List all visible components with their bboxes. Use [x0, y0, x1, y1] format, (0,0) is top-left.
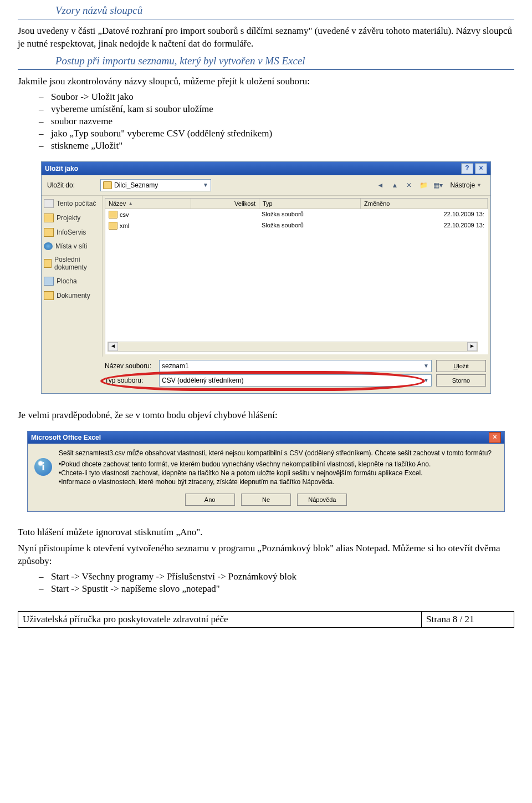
- views-icon[interactable]: ▦▾: [432, 180, 443, 190]
- list-item: Informace o vlastnostech, které mohou bý…: [59, 478, 492, 486]
- pc-icon: [44, 199, 54, 208]
- filename-input[interactable]: seznam1▼: [159, 360, 432, 372]
- steps-list-1: Soubor -> Uložit jako vybereme umístění,…: [39, 92, 514, 151]
- msgbox-titlebar: Microsoft Office Excel ×: [28, 431, 504, 444]
- list-item: Start -> Všechny programy -> Příslušenst…: [39, 571, 514, 582]
- place-desktop[interactable]: Plocha: [44, 277, 100, 286]
- tools-menu[interactable]: Nástroje▼: [447, 181, 485, 189]
- chevron-down-icon: ▼: [423, 363, 429, 369]
- place-projects[interactable]: Projekty: [44, 214, 100, 222]
- place-recent-docs[interactable]: Poslední dokumenty: [44, 256, 100, 271]
- steps-list-2: Start -> Všechny programy -> Příslušenst…: [39, 571, 514, 594]
- file-list[interactable]: Název ▲ Velikost Typ Změněno csv Složka …: [105, 198, 488, 354]
- list-item: Soubor -> Uložit jako: [39, 92, 514, 103]
- folder-icon: [103, 181, 112, 189]
- sort-asc-icon: ▲: [128, 201, 133, 206]
- footer-title: Uživatelská příručka pro poskytovatele z…: [18, 612, 422, 627]
- up-icon[interactable]: ▲: [389, 180, 400, 190]
- heading-rule-2: [18, 69, 514, 70]
- save-in-label: Uložit do:: [47, 181, 97, 189]
- dialog-titlebar: Uložit jako ? ×: [42, 162, 490, 175]
- place-network[interactable]: Místa v síti: [44, 242, 100, 250]
- save-button[interactable]: UUložitložit: [436, 360, 486, 372]
- folder-icon: [44, 228, 54, 237]
- chevron-down-icon: ▼: [423, 377, 429, 383]
- filetype-combo[interactable]: CSV (oddělený středníkem)▼: [159, 374, 432, 387]
- msgbox-title: Microsoft Office Excel: [31, 434, 101, 441]
- no-button[interactable]: Ne: [241, 494, 291, 506]
- list-item: Start -> Spustit -> napíšeme slovo „note…: [39, 583, 514, 594]
- place-documents[interactable]: Dokumenty: [44, 291, 100, 300]
- chevron-down-icon: ▼: [203, 182, 208, 188]
- para-notepad: Nyní přistoupíme k otevření vytvořeného …: [18, 542, 514, 568]
- list-item: soubor nazveme: [39, 116, 514, 127]
- folder-icon: [44, 259, 52, 268]
- close-icon[interactable]: ×: [475, 163, 487, 174]
- dialog-message: Microsoft Office Excel × i Sešit seznamt…: [27, 431, 505, 512]
- place-infoservis[interactable]: InfoServis: [44, 228, 100, 237]
- desktop-icon: [44, 277, 54, 286]
- msgbox-bullets: Pokud chcete zachovat tento formát, ve k…: [59, 460, 492, 486]
- para-intro-2: Jakmile jsou zkontrolovány názvy sloupců…: [18, 75, 514, 88]
- scroll-right-icon[interactable]: ►: [467, 342, 477, 351]
- folder-icon: [44, 291, 54, 300]
- para-intro-1: Jsou uvedeny v části „Datové rozhraní pr…: [18, 25, 514, 50]
- para-ignore: Toto hlášení můžete ignorovat stisknutím…: [18, 526, 514, 539]
- dialog-toolbar: Uložit do: Dilci_Seznamy ▼ ◄ ▲ ✕ 📁 ▦▾ Ná…: [42, 175, 490, 196]
- back-icon[interactable]: ◄: [375, 180, 386, 190]
- globe-icon: [44, 242, 53, 250]
- scroll-left-icon[interactable]: ◄: [108, 342, 118, 351]
- place-this-pc[interactable]: Tento počítač: [44, 199, 100, 208]
- new-folder-icon[interactable]: 📁: [418, 180, 429, 190]
- para-error-intro: Je velmi pravděpodobné, že se v tomto bo…: [18, 409, 514, 422]
- delete-icon[interactable]: ✕: [403, 180, 415, 190]
- folder-icon: [44, 214, 54, 222]
- horizontal-scrollbar[interactable]: ◄ ►: [108, 342, 478, 352]
- save-in-combo[interactable]: Dilci_Seznamy ▼: [100, 179, 211, 191]
- save-in-value: Dilci_Seznamy: [114, 181, 158, 189]
- yes-button[interactable]: Ano: [185, 494, 235, 506]
- list-item: Chcete-li tyto vlastnosti zachovat, klep…: [59, 469, 492, 477]
- dialog-save-as: Uložit jako ? × Uložit do: Dilci_Seznamy…: [41, 161, 491, 394]
- list-item: Pokud chcete zachovat tento formát, ve k…: [59, 460, 492, 468]
- heading-postup: Postup při importu seznamu, který byl vy…: [55, 55, 514, 67]
- list-item: stiskneme „Uložit": [39, 140, 514, 151]
- folder-icon: [109, 211, 117, 218]
- dialog-bottom: Název souboru: seznam1▼ UUložitložit Typ…: [42, 357, 490, 393]
- folder-icon: [109, 222, 117, 230]
- table-row[interactable]: xml Složka souborů 22.10.2009 13:: [105, 220, 488, 231]
- footer-page: Strana 8 / 21: [422, 612, 514, 627]
- msgbox-text: Sešit seznamtest3.csv může obsahovat vla…: [59, 449, 492, 457]
- list-item: jako „Typ souboru" vybereme CSV (oddělen…: [39, 128, 514, 139]
- page-footer: Uživatelská příručka pro poskytovatele z…: [18, 611, 514, 628]
- dialog-title: Uložit jako: [45, 165, 78, 172]
- places-bar: Tento počítač Projekty InfoServis Místa …: [42, 196, 103, 357]
- help-icon[interactable]: ?: [461, 163, 473, 174]
- cancel-button[interactable]: Storno: [436, 374, 486, 387]
- close-icon[interactable]: ×: [489, 432, 501, 443]
- info-icon: i: [34, 458, 52, 476]
- list-item: vybereme umístění, kam si soubor uložíme: [39, 104, 514, 115]
- table-row[interactable]: csv Složka souborů 22.10.2009 13:: [105, 209, 488, 220]
- heading-rule: [18, 19, 514, 19]
- filename-label: Název souboru:: [105, 362, 155, 370]
- help-button[interactable]: Nápověda: [297, 494, 347, 506]
- filetype-label: Typ souboru:: [105, 377, 155, 384]
- file-list-header: Název ▲ Velikost Typ Změněno: [105, 199, 488, 209]
- heading-vzory: Vzory názvů sloupců: [55, 4, 514, 17]
